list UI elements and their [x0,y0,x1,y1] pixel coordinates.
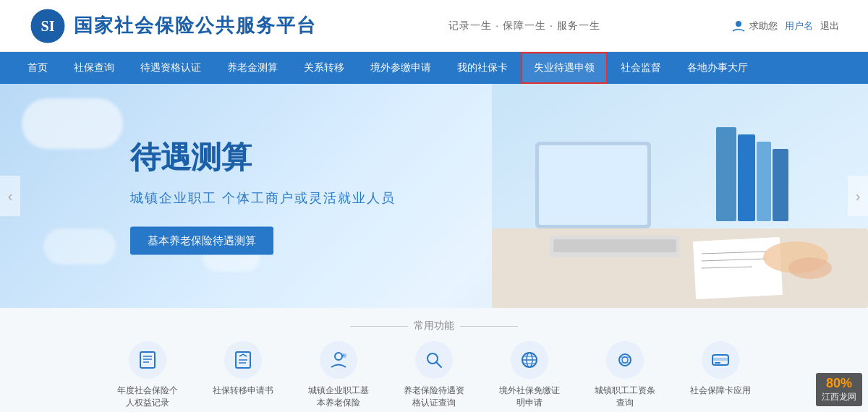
logout-link[interactable]: 退出 [820,20,839,33]
svg-rect-12 [553,239,676,252]
nav-transfer[interactable]: 关系转移 [291,52,357,84]
nav-home[interactable]: 首页 [14,52,61,84]
nav-qualification[interactable]: 待遇资格认证 [127,52,214,84]
header-user-area: 求助您 用户名 退出 [732,20,839,33]
nav-overseas[interactable]: 境外参缴申请 [357,52,444,84]
nav-supervision[interactable]: 社会监督 [608,52,674,84]
quick-icon-enterprise-staff[interactable]: + 城镇企业职工基 本养老保险 [291,341,386,409]
svg-line-30 [436,362,441,367]
nav-inquiry[interactable]: 社保查询 [61,52,127,84]
nav-unemployment[interactable]: 失业待遇申领 [521,52,608,84]
pension-query-icon [415,341,453,379]
hero-content: 待遇测算 城镇企业职工 个体工商户或灵活就业人员 基本养老保险待遇测算 [130,137,396,255]
header-slogan: 记录一生 · 保障一生 · 服务一生 [317,20,732,33]
svg-point-18 [788,257,832,279]
enterprise-staff-icon: + [320,341,357,379]
section-title: 常用功能 [0,319,868,332]
nav-calculation[interactable]: 养老金测算 [214,52,291,84]
nav-card[interactable]: 我的社保卡 [444,52,521,84]
svg-rect-7 [716,127,736,221]
watermark-brand: 江西龙网 [822,391,856,403]
logo-icon: SI [29,7,67,45]
social-card-icon [702,341,739,379]
user-greeting: 求助您 [749,20,778,33]
header: SI 国家社会保险公共服务平台 记录一生 · 保障一生 · 服务一生 求助您 用… [0,0,868,52]
hero-title: 待遇测算 [130,137,396,178]
hero-image [492,84,868,308]
bottom-section: 常用功能 年度社会保险个 人权益记录 社保转移申请书 + 城镇企业职工基 本养老… [0,308,868,412]
quick-icon-register-transfer[interactable]: 社保转移申请书 [195,341,291,409]
unemployment-cert-icon [606,341,644,379]
register-transfer-label: 社保转移申请书 [213,385,273,397]
hero-cta-button[interactable]: 基本养老保险待遇测算 [130,227,273,255]
cloud-decoration-2 [43,228,116,265]
hero-prev-arrow[interactable]: ‹ [0,176,20,216]
main-navbar: 首页 社保查询 待遇资格认证 养老金测算 关系转移 境外参缴申请 我的社保卡 失… [0,52,868,84]
watermark: 80% 江西龙网 [816,373,862,406]
desk-illustration [492,84,868,308]
cloud-decoration-1 [22,98,123,149]
svg-rect-8 [738,134,755,221]
svg-rect-42 [715,362,720,364]
watermark-percent: 80% [826,376,852,391]
svg-rect-41 [712,358,728,361]
svg-text:SI: SI [41,18,55,34]
hero-subtitle: 城镇企业职工 个体工商户或灵活就业人员 [130,189,396,207]
hero-next-arrow[interactable]: › [848,176,868,216]
quick-icons-row: 年度社会保险个 人权益记录 社保转移申请书 + 城镇企业职工基 本养老保险 养老… [0,341,868,409]
logo-area: SI 国家社会保险公共服务平台 [29,7,317,45]
overseas-benefit-label: 境外社保免缴证 明申请 [499,385,560,409]
quick-icon-social-card[interactable]: 社会保障卡应用 [673,341,768,409]
svg-point-2 [736,21,741,27]
quick-icon-pension-query[interactable]: 养老保险待遇资 格认证查询 [386,341,482,409]
svg-rect-10 [773,149,788,221]
social-card-label: 社会保障卡应用 [690,385,751,397]
svg-rect-6 [539,145,647,225]
pension-query-label: 养老保险待遇资 格认证查询 [404,385,464,409]
nav-hall[interactable]: 各地办事大厅 [674,52,761,84]
social-insurance-label: 年度社会保险个 人权益记录 [117,385,178,409]
svg-rect-9 [757,142,771,221]
svg-rect-19 [140,352,155,368]
quick-icon-overseas-benefit[interactable]: 境外社保免缴证 明申请 [482,341,577,409]
svg-point-36 [619,354,631,366]
username: 用户名 [785,20,813,33]
overseas-benefit-icon [511,341,548,379]
svg-point-37 [622,357,628,363]
register-transfer-icon [224,341,262,379]
user-icon [732,20,745,33]
svg-text:+: + [341,353,344,358]
social-insurance-icon [129,341,166,379]
unemployment-cert-label: 城镇职工工资条 查询 [595,385,655,409]
quick-icon-unemployment-cert[interactable]: 城镇职工工资条 查询 [577,341,673,409]
quick-icon-social-insurance[interactable]: 年度社会保险个 人权益记录 [100,341,195,409]
site-title: 国家社会保险公共服务平台 [74,13,317,38]
hero-banner: ‹ 待遇测算 城镇企业职工 个体工商户或灵活就业人员 基本养老保险待遇测算 [0,84,868,308]
enterprise-staff-label: 城镇企业职工基 本养老保险 [308,385,369,409]
